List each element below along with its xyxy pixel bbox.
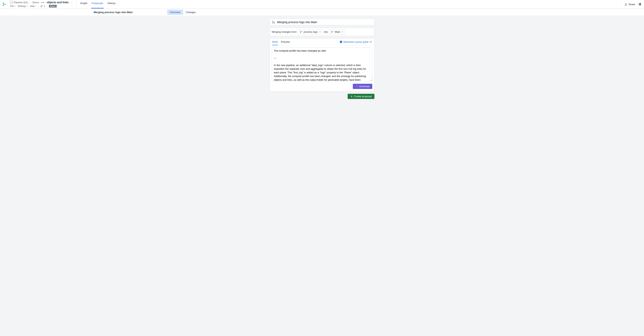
subheader: Merging process logs into Main Overview … (0, 9, 644, 16)
breadcrumb: ▭ Pipeline Buil… › Demo › ••• › objects … (10, 0, 75, 4)
svg-point-13 (273, 23, 273, 23)
svg-point-3 (41, 5, 42, 5)
subheader-title: Merging process logs into Main (94, 11, 133, 14)
description-editor-card: Write Preview i Markdown syntax guide (270, 38, 374, 91)
chevron-right-icon: › (40, 1, 41, 3)
topbar-right-divider (622, 2, 622, 6)
editor-tab-write[interactable]: Write (272, 38, 278, 45)
info-icon: i (340, 41, 342, 43)
generate-label: Generate (359, 85, 370, 88)
git-branch-icon (40, 5, 43, 7)
pipeline-builder-icon: ▭ (10, 1, 13, 4)
topbar-right: Share (619, 0, 644, 8)
svg-point-0 (2, 3, 3, 3)
svg-point-20 (333, 31, 333, 31)
branch-indicator[interactable]: 1 (40, 5, 45, 7)
chevron-right-icon: › (31, 1, 32, 3)
breadcrumb-root-label: Pipeline Buil… (14, 1, 30, 4)
chevron-down-icon: ▾ (320, 31, 320, 33)
markdown-guide-link[interactable]: i Markdown syntax guide (340, 41, 372, 43)
create-proposal-label: Create proposal (354, 95, 372, 98)
description-textarea[interactable] (272, 47, 372, 81)
target-branch-select[interactable]: Main ▾ (329, 29, 345, 34)
editor-tab-preview[interactable]: Preview (281, 38, 290, 45)
svg-rect-8 (638, 3, 638, 4)
page-actions: Create proposal (270, 94, 374, 99)
source-branch-label: process logs (304, 30, 318, 33)
svg-point-14 (274, 23, 275, 23)
branch-count: 1 (44, 5, 45, 7)
external-link-icon (370, 41, 372, 43)
seg-overview[interactable]: Overview (167, 10, 183, 15)
subheader-segmented: Overview Changes (167, 10, 198, 15)
menu-help[interactable]: Help (30, 5, 36, 7)
favorite-star-icon[interactable]: ☆ (70, 1, 73, 4)
top-tabs: Graph Proposals History (77, 0, 619, 8)
merge-icon (272, 20, 275, 24)
proposal-title-card (270, 19, 374, 25)
markdown-guide-label: Markdown syntax guide (344, 41, 369, 43)
merge-into-label: into (324, 30, 328, 33)
merge-prefix: Merging changes from (272, 30, 296, 33)
toggle-panel-button[interactable] (638, 2, 641, 6)
svg-rect-2 (5, 4, 6, 4)
menubar-divider (47, 5, 47, 7)
chevron-right-icon: › (45, 1, 46, 3)
share-label: Share (628, 3, 635, 6)
sparkle-icon (356, 85, 358, 88)
svg-point-4 (41, 7, 42, 7)
plus-icon (350, 95, 353, 98)
tab-proposals[interactable]: Proposals (91, 0, 104, 8)
menubar-divider (38, 5, 38, 7)
svg-point-19 (332, 32, 332, 33)
app-logo[interactable] (0, 0, 8, 8)
editor-tabs: Write Preview i Markdown syntax guide (270, 38, 374, 45)
svg-point-18 (332, 31, 332, 31)
share-people-icon (624, 3, 627, 6)
breadcrumb-ellipsis[interactable]: ••• (42, 1, 45, 4)
proposal-title-input[interactable] (277, 20, 372, 24)
svg-rect-9 (638, 4, 638, 4)
menu-settings[interactable]: Settings (18, 5, 28, 7)
breadcrumb-folder[interactable]: Demo (32, 1, 39, 4)
git-branch-icon (300, 31, 302, 33)
create-proposal-button[interactable]: Create proposal (348, 94, 374, 99)
source-branch-select[interactable]: process logs ▾ (298, 29, 322, 34)
tab-history[interactable]: History (107, 0, 116, 8)
topbar-left: ▭ Pipeline Buil… › Demo › ••• › objects … (0, 0, 77, 8)
svg-rect-11 (640, 3, 641, 5)
chevron-down-icon: ▾ (342, 31, 343, 33)
menu-file[interactable]: File (10, 5, 16, 7)
menubar: File Settings Help 1 Batch (10, 4, 75, 8)
topbar: ▭ Pipeline Buil… › Demo › ••• › objects … (0, 0, 644, 9)
svg-point-7 (626, 4, 627, 4)
seg-changes[interactable]: Changes (183, 10, 198, 15)
batch-pill[interactable]: Batch (49, 5, 57, 7)
svg-point-1 (2, 5, 3, 6)
panel-toggle-icon (638, 2, 641, 6)
generate-button[interactable]: Generate (353, 84, 372, 89)
svg-point-16 (300, 32, 301, 33)
breadcrumb-root[interactable]: ▭ Pipeline Buil… (10, 1, 30, 4)
svg-point-12 (273, 21, 273, 21)
target-branch-label: Main (335, 30, 340, 33)
merge-direction-card: Merging changes from process logs ▾ into… (270, 28, 374, 36)
svg-point-5 (42, 5, 42, 6)
git-branch-icon (331, 31, 334, 33)
svg-point-17 (302, 31, 302, 31)
share-button[interactable]: Share (624, 3, 635, 6)
pipeline-logo-icon (2, 2, 6, 6)
svg-point-15 (300, 31, 301, 31)
breadcrumb-current[interactable]: objects and links (47, 1, 69, 4)
main-content: Merging changes from process logs ▾ into… (0, 16, 644, 99)
tab-graph[interactable]: Graph (80, 0, 88, 8)
svg-point-6 (625, 3, 626, 4)
svg-rect-10 (638, 5, 638, 5)
